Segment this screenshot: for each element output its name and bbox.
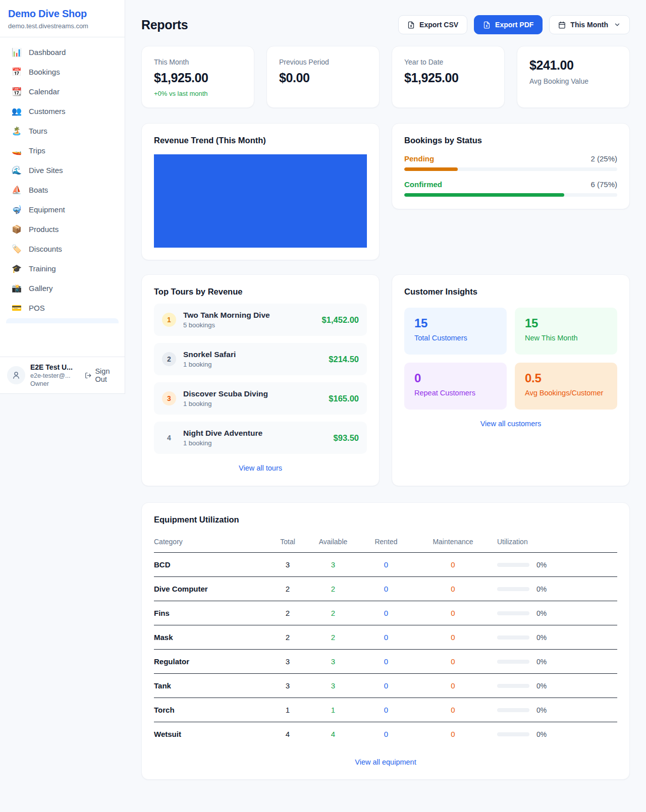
sign-out-button[interactable]: Sign Out	[85, 367, 118, 383]
sidebar-item-label: Discounts	[29, 245, 62, 253]
tour-bookings: 5 bookings	[183, 321, 315, 329]
table-row: BCD 3 3 0 0 0%	[154, 553, 617, 577]
insight-grid: 15 Total Customers 15 New This Month 0 R…	[404, 308, 617, 410]
sidebar-item-label: POS	[29, 304, 45, 312]
equipment-maintenance: 0	[414, 681, 492, 690]
equipment-available: 2	[308, 585, 358, 593]
equipment-rented: 0	[358, 730, 414, 738]
sidebar-item-pos[interactable]: 💳 POS	[6, 298, 119, 318]
sidebar-item-label: Products	[29, 225, 59, 234]
sidebar-item-label: Boats	[29, 186, 48, 194]
equipment-available: 3	[308, 681, 358, 690]
col-utilization: Utilization	[492, 538, 617, 546]
sidebar-item-products[interactable]: 📦 Products	[6, 219, 119, 239]
progress-track	[404, 193, 617, 197]
sidebar-item-calendar[interactable]: 📆 Calendar	[6, 82, 119, 101]
tours-icon: 🏝️	[11, 126, 22, 136]
insight-label: New This Month	[525, 334, 607, 342]
sidebar-item-tours[interactable]: 🏝️ Tours	[6, 121, 119, 141]
boats-icon: ⛵	[11, 185, 22, 195]
status-value: 2 (25%)	[590, 154, 617, 163]
trips-icon: 🚤	[11, 146, 22, 155]
stat-label: Avg Booking Value	[529, 77, 617, 85]
tour-bookings: 1 booking	[183, 439, 327, 447]
insight-label: Total Customers	[414, 334, 497, 342]
equipment-category: BCD	[154, 560, 267, 569]
header-actions: Export CSV Export PDF This Month	[398, 15, 630, 34]
sidebar-item-label: Calendar	[29, 87, 60, 96]
sidebar-item-label: Training	[29, 264, 56, 273]
insight-label: Repeat Customers	[414, 389, 497, 397]
file-icon	[407, 21, 415, 29]
export-pdf-button[interactable]: Export PDF	[474, 15, 543, 34]
rank-badge: 2	[162, 352, 176, 366]
equipment-available: 3	[308, 560, 358, 569]
table-row: Regulator 3 3 0 0 0%	[154, 650, 617, 674]
export-csv-button[interactable]: Export CSV	[398, 15, 467, 34]
sidebar-item-bookings[interactable]: 📅 Bookings	[6, 62, 119, 82]
sidebar-item-gallery[interactable]: 📸 Gallery	[6, 278, 119, 298]
sidebar-item-dashboard[interactable]: 📊 Dashboard	[6, 42, 119, 62]
equipment-maintenance: 0	[414, 706, 492, 714]
bookings-icon: 📅	[11, 67, 22, 77]
calendar-icon: 📆	[11, 87, 22, 96]
sidebar-item-trips[interactable]: 🚤 Trips	[6, 141, 119, 160]
utilization-pct: 0%	[536, 585, 547, 593]
period-dropdown[interactable]: This Month	[549, 15, 630, 34]
sidebar-item-label: Dive Sites	[29, 166, 63, 175]
sign-out-icon	[85, 371, 91, 380]
sidebar-item-boats[interactable]: ⛵ Boats	[6, 180, 119, 200]
table-row: Mask 2 2 0 0 0%	[154, 625, 617, 650]
insight-tile-total-customers: 15 Total Customers	[404, 308, 507, 355]
equipment-total: 3	[267, 657, 308, 666]
row-tours-insights: Top Tours by Revenue 1 Two Tank Morning …	[141, 274, 630, 486]
equipment-rented: 0	[358, 560, 414, 569]
sidebar-item-training[interactable]: 🎓 Training	[6, 259, 119, 278]
equipment-rented: 0	[358, 633, 414, 642]
tour-name: Night Dive Adventure	[183, 429, 327, 438]
tour-revenue: $93.50	[334, 433, 359, 443]
utilization-bar	[497, 587, 529, 591]
utilization-pct: 0%	[536, 730, 547, 738]
user-role: Owner	[30, 380, 79, 387]
file-icon	[483, 21, 491, 29]
status-label: Pending	[404, 154, 434, 163]
tour-name: Discover Scuba Diving	[183, 389, 321, 398]
equipment-category: Regulator	[154, 657, 267, 666]
training-icon: 🎓	[11, 264, 22, 273]
view-all-tours-link[interactable]: View all tours	[154, 464, 367, 472]
utilization-bar	[497, 684, 529, 688]
col-available: Available	[308, 538, 358, 546]
view-all-customers-link[interactable]: View all customers	[404, 420, 617, 428]
utilization-pct: 0%	[536, 633, 547, 642]
equipment-rented: 0	[358, 657, 414, 666]
sidebar-item-dive-sites[interactable]: 🌊 Dive Sites	[6, 160, 119, 180]
utilization-bar	[497, 708, 529, 712]
sidebar-item-reports-active-partial[interactable]	[6, 318, 119, 323]
table-row: Torch 1 1 0 0 0%	[154, 698, 617, 722]
sidebar-item-equipment[interactable]: 🤿 Equipment	[6, 200, 119, 219]
dive-sites-icon: 🌊	[11, 165, 22, 175]
sidebar-item-customers[interactable]: 👥 Customers	[6, 101, 119, 121]
utilization-pct: 0%	[536, 609, 547, 617]
sidebar-item-label: Customers	[29, 107, 66, 115]
sidebar-item-discounts[interactable]: 🏷️ Discounts	[6, 239, 119, 259]
equipment-rented: 0	[358, 706, 414, 714]
export-csv-label: Export CSV	[419, 21, 458, 29]
col-total: Total	[267, 538, 308, 546]
equipment-maintenance: 0	[414, 585, 492, 593]
equipment-available: 3	[308, 657, 358, 666]
insight-value: 0.5	[525, 371, 607, 385]
utilization-bar	[497, 660, 529, 664]
equipment-rented: 0	[358, 681, 414, 690]
equipment-category: Wetsuit	[154, 730, 267, 738]
equipment-rented: 0	[358, 609, 414, 617]
tour-row: 3 Discover Scuba Diving 1 booking $165.0…	[154, 382, 367, 415]
shop-name: Demo Dive Shop	[8, 8, 117, 20]
view-all-equipment-link[interactable]: View all equipment	[154, 758, 617, 766]
equipment-available: 4	[308, 730, 358, 738]
sidebar-item-label: Equipment	[29, 205, 65, 214]
shop-domain: demo.test.divestreams.com	[8, 22, 117, 30]
insight-value: 15	[525, 316, 607, 330]
tour-row: 4 Night Dive Adventure 1 booking $93.50	[154, 422, 367, 454]
